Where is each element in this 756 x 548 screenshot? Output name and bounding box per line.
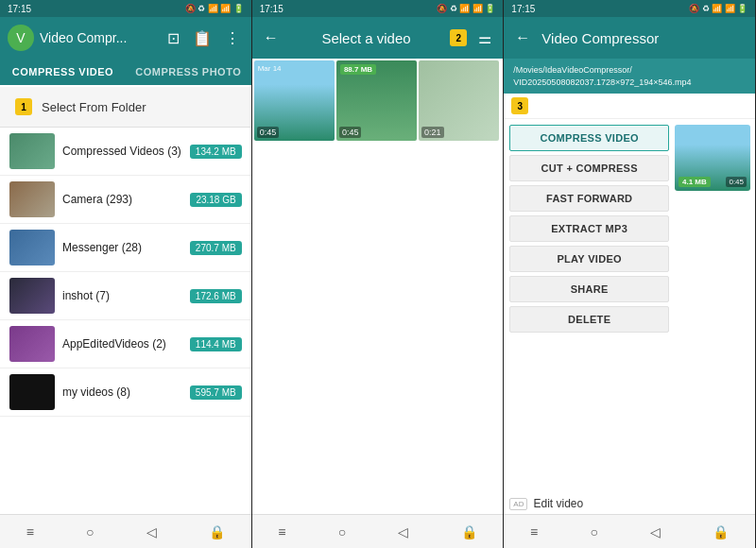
bottom-nav-2: ≡ ○ ◁ 🔒 xyxy=(252,514,504,548)
list-item[interactable]: my videos (8) 595.7 MB xyxy=(0,368,251,417)
nav-menu-icon-2[interactable]: ≡ xyxy=(278,524,285,539)
folder-info-messenger: Messenger (28) xyxy=(62,241,182,254)
step-badge-1: 1 xyxy=(15,98,32,115)
size-badge: 172.6 MB xyxy=(190,289,242,303)
panel-3-video-compressor: 17:15 🔕 ♻ 📶 📶 🔋 ← Video Compressor /Movi… xyxy=(504,0,756,548)
vc-app-bar: ← Video Compressor xyxy=(504,17,755,59)
folder-info-compressed: Compressed Videos (3) xyxy=(62,145,182,158)
nav-back-icon[interactable]: ◁ xyxy=(146,524,157,539)
video-duration-3: 0:21 xyxy=(421,127,444,138)
filter-icon[interactable]: ⚌ xyxy=(474,26,495,51)
fast-forward-btn[interactable]: FAST FORWARD xyxy=(509,185,669,212)
select-folder-label: Select From Folder xyxy=(42,100,146,114)
nav-back-icon-2[interactable]: ◁ xyxy=(398,524,408,539)
app-logo-icon: V xyxy=(8,25,34,51)
ad-row: AD Edit video xyxy=(504,493,755,514)
list-item[interactable]: inshot (7) 172.6 MB xyxy=(0,272,251,320)
step-badge-2: 2 xyxy=(450,29,467,46)
status-bar-3: 17:15 🔕 ♻ 📶 📶 🔋 xyxy=(504,0,755,17)
share-icon-1[interactable]: ⊡ xyxy=(163,26,183,51)
nav-back-icon-3[interactable]: ◁ xyxy=(650,524,661,539)
nav-home-icon-3[interactable]: ○ xyxy=(590,524,597,539)
compress-video-btn[interactable]: COMPRESS VIDEO xyxy=(509,125,669,151)
folder-info-appedited: AppEditedVideos (2) xyxy=(62,337,182,351)
save-icon-1[interactable]: 📋 xyxy=(189,26,215,51)
status-icons-2: 🔕 ♻ 📶 📶 🔋 xyxy=(437,4,495,13)
folder-info-myvideos: my videos (8) xyxy=(62,385,182,399)
step-badge-3: 3 xyxy=(511,97,528,114)
video-thumb-1[interactable]: Mar 14 0:45 xyxy=(254,60,335,141)
folder-name: my videos (8) xyxy=(62,385,182,399)
folder-thumb-messenger xyxy=(9,230,55,265)
folder-name: Camera (293) xyxy=(62,193,182,206)
delete-btn[interactable]: DELETE xyxy=(509,306,669,333)
more-options-icon-1[interactable]: ⋮ xyxy=(221,26,244,51)
app-bar-1: V Video Compr... ⊡ 📋 ⋮ xyxy=(0,17,251,59)
list-item[interactable]: Messenger (28) 270.7 MB xyxy=(0,224,251,272)
vc-thumb-size: 4.1 MB xyxy=(679,177,711,187)
size-badge: 270.7 MB xyxy=(190,241,242,255)
size-badge: 595.7 MB xyxy=(190,385,242,400)
play-video-btn[interactable]: PLAY VIDEO xyxy=(509,246,669,272)
status-time-3: 17:15 xyxy=(511,4,535,14)
vc-video-thumbnail: 4.1 MB 0:45 xyxy=(675,125,750,191)
tab-bar-1: COMPRESS VIDEO COMPRESS PHOTO xyxy=(0,59,251,87)
folder-name: AppEditedVideos (2) xyxy=(62,337,182,351)
folder-thumb-appedited xyxy=(9,326,55,362)
select-video-bar: ← Select a video 2 ⚌ xyxy=(252,17,504,59)
video-size-2: 88.7 MB xyxy=(340,64,376,75)
video-thumb-3[interactable]: 0:21 xyxy=(419,60,499,141)
folder-thumb-myvideos xyxy=(9,374,55,410)
list-item[interactable]: Compressed Videos (3) 134.2 MB xyxy=(0,128,251,176)
vc-content: COMPRESS VIDEO CUT + COMPRESS FAST FORWA… xyxy=(504,119,755,493)
size-badge: 114.4 MB xyxy=(190,337,242,351)
status-bar-1: 17:15 🔕 ♻ 📶 📶 🔋 xyxy=(0,0,251,17)
nav-home-icon-2[interactable]: ○ xyxy=(338,524,346,539)
size-badge: 23.18 GB xyxy=(190,193,241,207)
folder-name: Compressed Videos (3) xyxy=(62,145,182,158)
back-button-2[interactable]: ← xyxy=(260,26,283,50)
video-date-1: Mar 14 xyxy=(258,64,282,73)
video-grid: Mar 14 0:45 3/16/202... 88.7 MB 0:45 0:2… xyxy=(252,59,504,514)
status-time-1: 17:15 xyxy=(8,4,31,14)
select-from-folder-btn[interactable]: 1 Select From Folder xyxy=(0,87,251,128)
file-path-bar: /Movies/IdeaVideoCompressor/ VID20250508… xyxy=(504,59,755,94)
nav-menu-icon[interactable]: ≡ xyxy=(26,524,34,539)
list-item[interactable]: AppEditedVideos (2) 114.4 MB xyxy=(0,320,251,368)
vc-thumb-area: 4.1 MB 0:45 xyxy=(675,119,755,493)
ad-label: AD xyxy=(509,498,527,510)
folder-thumb-inshot xyxy=(9,278,55,314)
edit-video-link[interactable]: Edit video xyxy=(533,497,583,510)
nav-home-icon[interactable]: ○ xyxy=(86,524,94,539)
video-duration-1: 0:45 xyxy=(257,127,280,138)
video-thumb-2[interactable]: 3/16/202... 88.7 MB 0:45 xyxy=(336,60,417,141)
extract-mp3-btn[interactable]: EXTRACT MP3 xyxy=(509,215,669,242)
tab-compress-video[interactable]: COMPRESS VIDEO xyxy=(0,59,126,87)
share-btn[interactable]: SHARE xyxy=(509,276,669,302)
folder-name: Messenger (28) xyxy=(62,241,182,254)
vc-actions-list: COMPRESS VIDEO CUT + COMPRESS FAST FORWA… xyxy=(504,119,675,493)
nav-lock-icon-3[interactable]: 🔒 xyxy=(713,524,729,539)
folder-name: inshot (7) xyxy=(62,289,182,302)
panel-1-compress-video: 17:15 🔕 ♻ 📶 📶 🔋 V Video Compr... ⊡ 📋 ⋮ C… xyxy=(0,0,252,548)
panel-2-select-video: 17:15 🔕 ♻ 📶 📶 🔋 ← Select a video 2 ⚌ Mar… xyxy=(252,0,505,548)
back-button-3[interactable]: ← xyxy=(511,26,534,50)
nav-menu-icon-3[interactable]: ≡ xyxy=(530,524,538,539)
select-video-title: Select a video xyxy=(290,30,443,46)
size-badge: 134.2 MB xyxy=(190,145,242,159)
status-icons-3: 🔕 ♻ 📶 📶 🔋 xyxy=(689,4,747,13)
nav-lock-icon[interactable]: 🔒 xyxy=(209,524,225,539)
list-item[interactable]: Camera (293) 23.18 GB xyxy=(0,176,251,224)
app-title-1: Video Compr... xyxy=(40,30,158,45)
tab-compress-photo[interactable]: COMPRESS PHOTO xyxy=(126,59,251,85)
status-icons-1: 🔕 ♻ 📶 📶 🔋 xyxy=(185,4,244,13)
folder-list: Compressed Videos (3) 134.2 MB Camera (2… xyxy=(0,128,251,514)
nav-lock-icon-2[interactable]: 🔒 xyxy=(461,524,477,539)
video-duration-2: 0:45 xyxy=(339,127,362,138)
cut-compress-btn[interactable]: CUT + COMPRESS xyxy=(509,155,669,181)
vc-title: Video Compressor xyxy=(541,30,659,46)
folder-thumb-camera xyxy=(9,181,55,217)
folder-thumb-compressed xyxy=(9,133,55,169)
status-time-2: 17:15 xyxy=(260,4,284,14)
vc-thumb-duration: 0:45 xyxy=(726,177,747,187)
